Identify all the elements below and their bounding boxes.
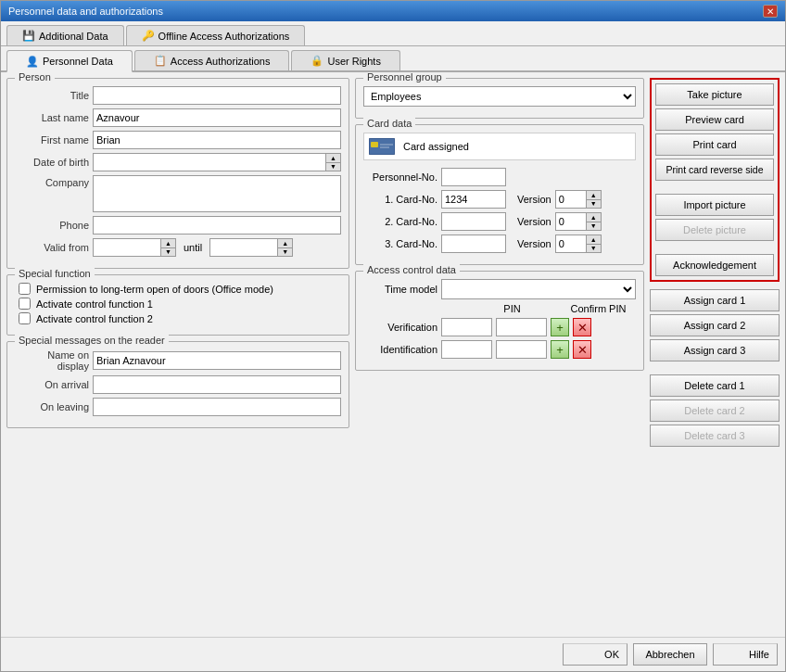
print-card-reverse-button[interactable]: Print card reverse side xyxy=(655,158,774,181)
card3-version-up[interactable]: ▲ xyxy=(586,235,601,245)
save-icon: 💾 xyxy=(22,30,35,42)
last-name-row: Last name xyxy=(15,108,341,127)
checkbox1-label: Permission to long-term open of doors (O… xyxy=(36,284,273,295)
special-messages-group: Special messages on the reader Name on d… xyxy=(6,341,349,428)
last-name-input[interactable] xyxy=(93,108,341,127)
personnel-group-title: Personnel group xyxy=(363,72,446,82)
assign-card3-button[interactable]: Assign card 3 xyxy=(650,339,780,361)
name-on-display-row: Name on display xyxy=(15,349,341,372)
checkbox-control1[interactable] xyxy=(19,298,31,310)
identification-confirm-input[interactable] xyxy=(496,340,547,359)
delete-card2-button[interactable]: Delete card 2 xyxy=(650,399,780,422)
personnel-group-select[interactable]: Employees Management Visitors Contractor… xyxy=(363,86,636,107)
name-on-display-input[interactable] xyxy=(93,351,341,370)
card2-version-spin[interactable]: ▲ ▼ xyxy=(555,212,602,231)
card3-input[interactable] xyxy=(441,235,506,253)
title-input[interactable] xyxy=(93,86,341,105)
valid-from-spin-down[interactable]: ▼ xyxy=(160,248,175,257)
assign-card1-button[interactable]: Assign card 1 xyxy=(650,289,780,311)
time-model-label: Time model xyxy=(363,284,437,295)
help-button[interactable]: Hilfe xyxy=(713,643,778,666)
pin-header: PIN xyxy=(482,303,542,314)
valid-from-spin-up[interactable]: ▲ xyxy=(160,239,175,248)
title-bar: Personnel data and authorizations ✕ xyxy=(1,1,785,21)
tab-user-rights[interactable]: 🔒 User Rights xyxy=(291,50,399,70)
cancel-button[interactable]: Abbrechen xyxy=(633,643,707,666)
identification-row: Identification + ✕ xyxy=(363,340,636,359)
dob-spin[interactable]: ▲ ▼ xyxy=(93,153,341,171)
until-spin-down[interactable]: ▼ xyxy=(277,248,292,257)
tab-access-authorizations[interactable]: 📋 Access Authorizations xyxy=(134,50,290,70)
tab-additional[interactable]: 💾 Additional Data xyxy=(6,25,124,45)
checkbox-office-mode[interactable] xyxy=(19,283,31,295)
content-area: Person Title Last name First name Date o… xyxy=(1,72,785,637)
time-model-row: Time model xyxy=(363,279,636,299)
assign-card2-button[interactable]: Assign card 2 xyxy=(650,314,780,336)
card3-version-input[interactable] xyxy=(556,235,586,252)
delete-card3-button[interactable]: Delete card 3 xyxy=(650,425,780,447)
card2-version-up[interactable]: ▲ xyxy=(586,213,601,222)
valid-from-spin[interactable]: ▲ ▼ xyxy=(93,238,176,257)
card3-version-spin[interactable]: ▲ ▼ xyxy=(555,235,602,253)
card1-version-input[interactable] xyxy=(556,191,586,208)
card2-version-input[interactable] xyxy=(556,213,586,230)
card2-input[interactable] xyxy=(441,212,506,231)
on-leaving-label: On leaving xyxy=(15,401,89,412)
verification-confirm-input[interactable] xyxy=(496,318,547,336)
card3-version-spin-buttons: ▲ ▼ xyxy=(586,235,601,252)
print-card-button[interactable]: Print card xyxy=(655,133,774,156)
verification-add-btn[interactable]: + xyxy=(551,318,569,336)
delete-picture-button[interactable]: Delete picture xyxy=(655,219,774,241)
until-spin-up[interactable]: ▲ xyxy=(277,239,292,248)
tab-personnel-data[interactable]: 👤 Personnel Data xyxy=(6,50,133,72)
card2-version-down[interactable]: ▼ xyxy=(586,222,601,231)
until-input[interactable] xyxy=(210,239,277,256)
take-picture-button[interactable]: Take picture xyxy=(655,83,774,106)
company-input[interactable] xyxy=(93,175,341,212)
preview-card-button[interactable]: Preview card xyxy=(655,108,774,131)
checkbox-control2[interactable] xyxy=(19,312,31,324)
card1-version-spin[interactable]: ▲ ▼ xyxy=(555,190,602,209)
checkbox3-row: Activate control function 2 xyxy=(15,312,341,324)
close-button[interactable]: ✕ xyxy=(763,5,778,18)
card1-version-up[interactable]: ▲ xyxy=(586,191,601,200)
card1-input[interactable] xyxy=(441,190,506,209)
card-action-group: Take picture Preview card Print card Pri… xyxy=(650,78,780,282)
card3-version-down[interactable]: ▼ xyxy=(586,245,601,253)
last-name-label: Last name xyxy=(15,112,89,123)
personnel-no-input[interactable] xyxy=(441,168,506,186)
confirm-pin-header: Confirm PIN xyxy=(568,303,628,314)
time-model-select[interactable] xyxy=(441,279,636,299)
verification-del-btn[interactable]: ✕ xyxy=(573,318,591,336)
phone-label: Phone xyxy=(15,220,89,231)
first-name-input[interactable] xyxy=(93,131,341,149)
until-spin-buttons: ▲ ▼ xyxy=(277,239,292,256)
identification-pin-input[interactable] xyxy=(441,340,492,359)
identification-del-btn[interactable]: ✕ xyxy=(573,340,591,359)
phone-input[interactable] xyxy=(93,216,341,235)
import-picture-button[interactable]: Import picture xyxy=(655,194,774,216)
dob-spin-up[interactable]: ▲ xyxy=(325,154,340,163)
verification-label: Verification xyxy=(363,322,437,333)
on-leaving-input[interactable] xyxy=(93,398,341,416)
ok-button[interactable]: OK xyxy=(563,643,628,666)
tab-offline[interactable]: 🔑 Offline Access Authorizations xyxy=(126,25,306,45)
svg-rect-1 xyxy=(371,142,378,147)
valid-from-label: Valid from xyxy=(15,242,89,253)
verification-pin-input[interactable] xyxy=(441,318,492,336)
dob-input[interactable] xyxy=(94,154,325,171)
card-assigned-text: Card assigned xyxy=(403,141,469,152)
delete-card1-button[interactable]: Delete card 1 xyxy=(650,374,780,397)
card-icon xyxy=(368,137,396,156)
acknowledgement-button[interactable]: Acknowledgement xyxy=(655,254,774,276)
card1-version-down[interactable]: ▼ xyxy=(586,200,601,209)
on-arrival-input[interactable] xyxy=(93,375,341,394)
valid-from-input[interactable] xyxy=(94,239,160,256)
until-spin[interactable]: ▲ ▼ xyxy=(209,238,293,257)
checkbox3-label: Activate control function 2 xyxy=(36,313,153,324)
dob-spin-down[interactable]: ▼ xyxy=(325,163,340,171)
access-control-group: Access control data Time model PIN Confi… xyxy=(355,271,644,371)
phone-row: Phone xyxy=(15,216,341,235)
valid-from-spin-buttons: ▲ ▼ xyxy=(160,239,175,256)
identification-add-btn[interactable]: + xyxy=(551,340,569,359)
